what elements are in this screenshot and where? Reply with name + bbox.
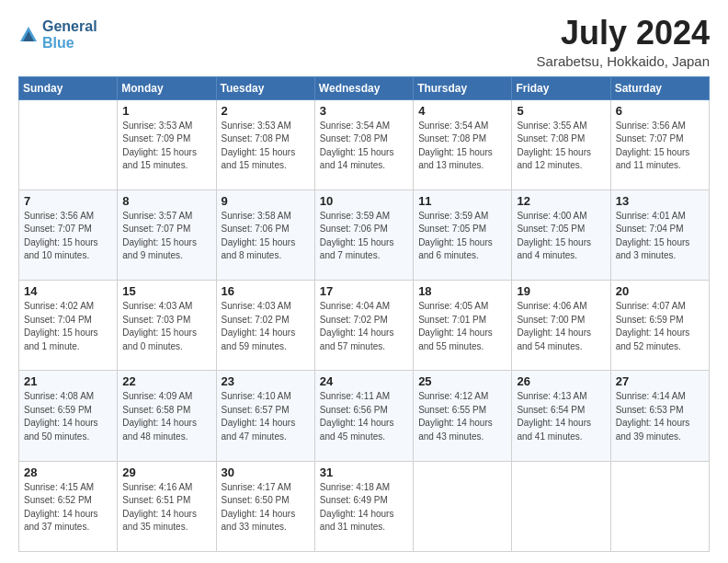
calendar-cell: 29Sunrise: 4:16 AM Sunset: 6:51 PM Dayli… [118, 461, 216, 551]
calendar-cell: 20Sunrise: 4:07 AM Sunset: 6:59 PM Dayli… [610, 281, 709, 371]
day-number: 15 [122, 284, 210, 298]
logo-text: General Blue [42, 18, 97, 52]
day-info: Sunrise: 4:17 AM Sunset: 6:50 PM Dayligh… [222, 481, 310, 534]
calendar-cell: 11Sunrise: 3:59 AM Sunset: 7:05 PM Dayli… [414, 190, 512, 280]
calendar-cell: 4Sunrise: 3:54 AM Sunset: 7:08 PM Daylig… [414, 99, 512, 190]
calendar-cell: 19Sunrise: 4:06 AM Sunset: 7:00 PM Dayli… [512, 281, 610, 371]
day-info: Sunrise: 4:09 AM Sunset: 6:58 PM Dayligh… [122, 390, 210, 443]
day-number: 21 [24, 374, 112, 388]
calendar-cell: 3Sunrise: 3:54 AM Sunset: 7:08 PM Daylig… [314, 99, 413, 190]
day-number: 20 [616, 284, 704, 298]
calendar-cell: 30Sunrise: 4:17 AM Sunset: 6:50 PM Dayli… [216, 461, 314, 551]
day-info: Sunrise: 3:54 AM Sunset: 7:08 PM Dayligh… [320, 120, 408, 173]
calendar-cell: 17Sunrise: 4:04 AM Sunset: 7:02 PM Dayli… [314, 281, 413, 371]
calendar-cell: 21Sunrise: 4:08 AM Sunset: 6:59 PM Dayli… [19, 371, 118, 461]
day-info: Sunrise: 4:01 AM Sunset: 7:04 PM Dayligh… [616, 210, 704, 263]
location-subtitle: Sarabetsu, Hokkaido, Japan [537, 53, 710, 69]
calendar-cell: 26Sunrise: 4:13 AM Sunset: 6:54 PM Dayli… [512, 371, 610, 461]
day-info: Sunrise: 4:13 AM Sunset: 6:54 PM Dayligh… [517, 390, 605, 443]
calendar-week-3: 14Sunrise: 4:02 AM Sunset: 7:04 PM Dayli… [19, 281, 710, 371]
calendar-cell [414, 461, 512, 551]
day-number: 2 [222, 104, 310, 118]
day-info: Sunrise: 4:03 AM Sunset: 7:02 PM Dayligh… [222, 300, 310, 353]
day-number: 23 [222, 374, 310, 388]
col-header-thursday: Thursday [414, 76, 512, 99]
day-number: 28 [24, 465, 112, 479]
calendar-cell: 25Sunrise: 4:12 AM Sunset: 6:55 PM Dayli… [414, 371, 512, 461]
month-title: July 2024 [537, 15, 710, 52]
day-info: Sunrise: 4:06 AM Sunset: 7:00 PM Dayligh… [517, 300, 605, 353]
day-number: 13 [616, 194, 704, 208]
day-number: 17 [320, 284, 408, 298]
logo: General Blue [18, 18, 97, 52]
col-header-saturday: Saturday [610, 76, 709, 99]
day-number: 19 [517, 284, 605, 298]
calendar-cell: 24Sunrise: 4:11 AM Sunset: 6:56 PM Dayli… [314, 371, 413, 461]
day-number: 18 [418, 284, 506, 298]
day-number: 25 [418, 374, 506, 388]
calendar-cell: 8Sunrise: 3:57 AM Sunset: 7:07 PM Daylig… [118, 190, 216, 280]
day-info: Sunrise: 4:16 AM Sunset: 6:51 PM Dayligh… [122, 481, 210, 534]
day-number: 1 [122, 104, 210, 118]
calendar-week-2: 7Sunrise: 3:56 AM Sunset: 7:07 PM Daylig… [19, 190, 710, 280]
calendar-cell: 31Sunrise: 4:18 AM Sunset: 6:49 PM Dayli… [314, 461, 413, 551]
page: General Blue July 2024 Sarabetsu, Hokkai… [0, 0, 728, 563]
day-info: Sunrise: 3:53 AM Sunset: 7:09 PM Dayligh… [122, 120, 210, 173]
day-info: Sunrise: 4:02 AM Sunset: 7:04 PM Dayligh… [24, 300, 112, 353]
day-info: Sunrise: 4:18 AM Sunset: 6:49 PM Dayligh… [320, 481, 408, 534]
day-number: 11 [418, 194, 506, 208]
calendar-cell [512, 461, 610, 551]
day-info: Sunrise: 4:07 AM Sunset: 6:59 PM Dayligh… [616, 300, 704, 353]
day-number: 31 [320, 465, 408, 479]
calendar-week-1: 1Sunrise: 3:53 AM Sunset: 7:09 PM Daylig… [19, 99, 710, 190]
calendar-cell: 28Sunrise: 4:15 AM Sunset: 6:52 PM Dayli… [19, 461, 118, 551]
day-number: 5 [517, 104, 605, 118]
calendar-cell: 22Sunrise: 4:09 AM Sunset: 6:58 PM Dayli… [118, 371, 216, 461]
calendar-cell: 10Sunrise: 3:59 AM Sunset: 7:06 PM Dayli… [314, 190, 413, 280]
day-info: Sunrise: 4:03 AM Sunset: 7:03 PM Dayligh… [122, 300, 210, 353]
title-block: July 2024 Sarabetsu, Hokkaido, Japan [537, 15, 710, 69]
day-info: Sunrise: 3:58 AM Sunset: 7:06 PM Dayligh… [222, 210, 310, 263]
calendar-table: SundayMondayTuesdayWednesdayThursdayFrid… [18, 76, 710, 552]
day-number: 29 [122, 465, 210, 479]
day-number: 14 [24, 284, 112, 298]
day-number: 22 [122, 374, 210, 388]
day-info: Sunrise: 3:59 AM Sunset: 7:05 PM Dayligh… [418, 210, 506, 263]
day-info: Sunrise: 3:56 AM Sunset: 7:07 PM Dayligh… [24, 210, 112, 263]
day-info: Sunrise: 4:15 AM Sunset: 6:52 PM Dayligh… [24, 481, 112, 534]
calendar-cell [610, 461, 709, 551]
day-number: 30 [222, 465, 310, 479]
day-info: Sunrise: 4:12 AM Sunset: 6:55 PM Dayligh… [418, 390, 506, 443]
day-number: 12 [517, 194, 605, 208]
calendar-cell: 16Sunrise: 4:03 AM Sunset: 7:02 PM Dayli… [216, 281, 314, 371]
calendar-cell: 23Sunrise: 4:10 AM Sunset: 6:57 PM Dayli… [216, 371, 314, 461]
day-number: 7 [24, 194, 112, 208]
day-number: 26 [517, 374, 605, 388]
day-number: 8 [122, 194, 210, 208]
day-info: Sunrise: 3:59 AM Sunset: 7:06 PM Dayligh… [320, 210, 408, 263]
col-header-friday: Friday [512, 76, 610, 99]
day-number: 24 [320, 374, 408, 388]
day-number: 9 [222, 194, 310, 208]
calendar-week-5: 28Sunrise: 4:15 AM Sunset: 6:52 PM Dayli… [19, 461, 710, 551]
calendar-cell: 2Sunrise: 3:53 AM Sunset: 7:08 PM Daylig… [216, 99, 314, 190]
day-info: Sunrise: 3:57 AM Sunset: 7:07 PM Dayligh… [122, 210, 210, 263]
calendar-header-row: SundayMondayTuesdayWednesdayThursdayFrid… [19, 76, 710, 99]
day-info: Sunrise: 4:04 AM Sunset: 7:02 PM Dayligh… [320, 300, 408, 353]
calendar-cell: 27Sunrise: 4:14 AM Sunset: 6:53 PM Dayli… [610, 371, 709, 461]
day-info: Sunrise: 3:53 AM Sunset: 7:08 PM Dayligh… [222, 120, 310, 173]
calendar-cell [19, 99, 118, 190]
day-number: 10 [320, 194, 408, 208]
day-number: 3 [320, 104, 408, 118]
day-info: Sunrise: 3:54 AM Sunset: 7:08 PM Dayligh… [418, 120, 506, 173]
day-number: 27 [616, 374, 704, 388]
day-info: Sunrise: 4:11 AM Sunset: 6:56 PM Dayligh… [320, 390, 408, 443]
day-info: Sunrise: 3:56 AM Sunset: 7:07 PM Dayligh… [616, 120, 704, 173]
logo-icon [18, 25, 39, 45]
day-info: Sunrise: 4:05 AM Sunset: 7:01 PM Dayligh… [418, 300, 506, 353]
day-info: Sunrise: 4:14 AM Sunset: 6:53 PM Dayligh… [616, 390, 704, 443]
col-header-wednesday: Wednesday [314, 76, 413, 99]
col-header-sunday: Sunday [19, 76, 118, 99]
day-info: Sunrise: 3:55 AM Sunset: 7:08 PM Dayligh… [517, 120, 605, 173]
calendar-cell: 6Sunrise: 3:56 AM Sunset: 7:07 PM Daylig… [610, 99, 709, 190]
